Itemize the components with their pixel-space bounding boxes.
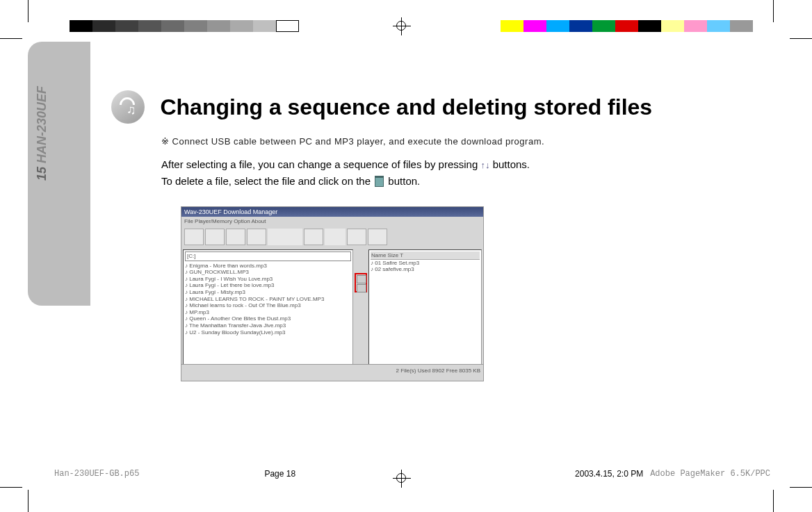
toolbar-button[interactable] [304, 229, 323, 245]
body-line-2a: To delete a file, select the file and cl… [161, 175, 373, 187]
toolbar-button[interactable] [226, 229, 245, 245]
note-text: ※ Connect USB cable between PC and MP3 p… [161, 136, 737, 147]
app-name: Adobe PageMaker 6.5K/PPC [650, 469, 770, 479]
status-bar: 2 File(s) Used 8902 Free 8035 KB [181, 364, 483, 381]
list-item[interactable]: ♪ U2 - Sunday Bloody Sunday(Live).mp3 [185, 329, 351, 336]
list-item[interactable]: ♪ Laura Fygi - Misty.mp3 [185, 289, 351, 296]
menu-bar: File Player/Memory Option About [181, 217, 483, 226]
crop-mark [0, 38, 22, 39]
highlight-box [355, 273, 367, 292]
up-down-arrows-icon: ↑↓ [480, 158, 489, 173]
move-up-button[interactable] [357, 275, 366, 283]
crop-mark [28, 0, 29, 22]
app-screenshot: Wav-230UEF Download Manager File Player/… [181, 206, 484, 381]
status-text: 2 File(s) Used 8902 Free 8035 KB [396, 368, 480, 374]
transfer-buttons-column [355, 248, 367, 373]
list-item[interactable]: ♪ Enigma - More than words.mp3 [185, 263, 351, 270]
list-header: Name Size T [371, 251, 480, 260]
timestamp: 2003.4.15, 2:0 PM [575, 469, 643, 479]
toolbar-button[interactable] [368, 229, 387, 245]
window-title: Wav-230UEF Download Manager [181, 207, 483, 217]
crop-mark [28, 490, 29, 512]
footer: Han-230UEF-GB.p65 Page 18 2003.4.15, 2:0… [54, 469, 770, 479]
side-tab-label: 15 HAN-230UEF [35, 86, 49, 181]
crop-mark [790, 487, 812, 488]
product-model: HAN-230UEF [35, 86, 49, 163]
list-item[interactable]: ♪ MICHAEL LEARNS TO ROCK - PAINT MY LOVE… [185, 296, 351, 303]
crop-mark [0, 487, 22, 488]
list-item[interactable]: ♪ Queen - Another One Bites the Dust.mp3 [185, 315, 351, 322]
color-bar [501, 20, 753, 32]
list-item[interactable]: ♪ 02 safefive.mp3 [371, 266, 480, 272]
toolbar [181, 226, 483, 248]
side-tab: 15 HAN-230UEF [28, 42, 90, 306]
toolbar-button[interactable] [347, 229, 366, 245]
target-file-list[interactable]: Name Size T ♪ 01 Safire Set.mp3♪ 02 safe… [368, 249, 482, 372]
crop-mark [790, 38, 812, 39]
toolbar-button[interactable] [205, 229, 225, 245]
list-item[interactable]: ♪ Michael learns to rock - Out Of The Bl… [185, 302, 351, 309]
registration-mark-icon [396, 21, 406, 31]
music-icon [111, 90, 145, 124]
crop-mark [773, 490, 774, 512]
body-text: After selecting a file, you can change a… [161, 156, 737, 190]
move-down-button[interactable] [357, 284, 366, 292]
crop-mark [773, 0, 774, 22]
body-line-1a: After selecting a file, you can change a… [161, 158, 480, 170]
list-item[interactable]: ♪ MP.mp3 [185, 309, 351, 316]
source-file-list[interactable]: [C:] ♪ Enigma - More than words.mp3♪ GUN… [183, 249, 353, 372]
grayscale-bar [70, 20, 299, 32]
list-item[interactable]: ♪ GUN_ROCKWELL.MP3 [185, 269, 351, 276]
list-item[interactable]: ♪ 01 Safire Set.mp3 [371, 260, 480, 266]
source-filename: Han-230UEF-GB.p65 [54, 469, 139, 479]
list-item[interactable]: ♪ Laura Fygi - I Wish You Love.mp3 [185, 276, 351, 283]
body-line-1b: buttons. [493, 158, 530, 170]
list-item[interactable]: ♪ The Manhattan Transfer-Java Jive.mp3 [185, 322, 351, 329]
toolbar-button[interactable] [184, 229, 204, 245]
page-title: Changing a sequence and deleting stored … [160, 94, 652, 120]
body-line-2b: button. [388, 175, 420, 187]
toolbar-button[interactable] [247, 229, 266, 245]
trash-icon [375, 177, 384, 187]
page-seq-number: 15 [35, 167, 49, 181]
list-item[interactable]: ♪ Laura Fygi - Let there be love.mp3 [185, 282, 351, 289]
drive-dropdown[interactable]: [C:] [185, 251, 351, 261]
page-number: Page 18 [264, 469, 295, 479]
main-content: Changing a sequence and deleting stored … [111, 90, 737, 381]
